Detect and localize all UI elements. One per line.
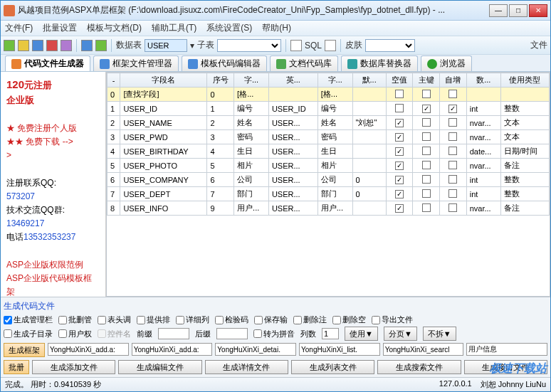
table-row[interactable]: 6USER_COMPANY6公司USER...公司0int整数 [107, 173, 550, 187]
checkbox[interactable] [448, 118, 457, 127]
checkbox[interactable] [395, 190, 404, 198]
table-row[interactable]: 0[查找字段]0[格...[格... [107, 88, 550, 102]
field-grid[interactable]: -字段名序号字...英...字...默...空值主键自增数...使用类型0[查找… [106, 72, 550, 297]
dropdown-icon[interactable]: ▾ [190, 41, 194, 51]
menu-item-5[interactable]: 帮助(H) [262, 22, 291, 34]
free-register-link[interactable]: ★ 免费注册个人版 [6, 122, 100, 135]
column-header[interactable]: 序号 [207, 73, 234, 88]
checkbox[interactable] [422, 203, 431, 212]
sql-icon[interactable] [325, 40, 336, 51]
option-3[interactable]: 提供排 [137, 314, 170, 325]
checkbox[interactable] [422, 175, 431, 184]
column-header[interactable]: 默... [352, 73, 386, 88]
checkbox[interactable] [448, 105, 457, 113]
column-header[interactable]: 字... [318, 73, 352, 88]
cols-input[interactable] [322, 328, 339, 339]
column-header[interactable]: 字段名 [120, 73, 207, 88]
checkbox[interactable] [395, 104, 404, 112]
checkbox[interactable] [448, 161, 457, 169]
db-icon[interactable] [290, 40, 302, 51]
file-f2[interactable] [132, 343, 213, 356]
pinyin-check[interactable]: 转为拼音 [253, 329, 295, 339]
file-f1[interactable] [48, 343, 129, 356]
tool-icon[interactable] [81, 40, 93, 51]
option2-0[interactable]: 生成子目录 [4, 329, 53, 339]
menu-item-3[interactable]: 辅助工具(T) [152, 22, 196, 34]
checkbox[interactable] [448, 90, 457, 98]
file-f6[interactable] [466, 343, 547, 356]
tab-2[interactable]: 模板代码编辑器 [182, 55, 267, 71]
data-table-input[interactable] [145, 39, 187, 52]
checkbox[interactable] [422, 189, 431, 198]
option-8[interactable]: 删除空 [332, 314, 366, 325]
checkbox[interactable] [422, 161, 431, 169]
delete-icon[interactable] [46, 40, 58, 51]
checkbox[interactable] [422, 90, 431, 98]
table-row[interactable]: 1USER_ID1编号USER_ID编号int整数 [107, 102, 550, 116]
refresh-icon[interactable] [61, 40, 72, 51]
maximize-button[interactable]: □ [509, 4, 528, 17]
column-header[interactable]: 使用类型 [500, 73, 549, 88]
asp-link-1[interactable]: ASP企业版权限范例 [6, 258, 100, 272]
tab-5[interactable]: 浏览器 [421, 55, 472, 71]
checkbox[interactable] [395, 147, 404, 156]
skin-combo[interactable] [365, 39, 415, 52]
tech-qq[interactable]: 13469217 [6, 217, 100, 231]
gen-b6[interactable]: 生成接口文件 [464, 360, 547, 374]
table-row[interactable]: 2USER_NAME2姓名USER...姓名"刘恕"nvar...文本 [107, 116, 550, 130]
checkbox[interactable] [422, 147, 431, 155]
checkbox[interactable] [395, 204, 404, 213]
checkbox[interactable] [422, 105, 431, 113]
menu-item-4[interactable]: 系统设置(S) [206, 22, 252, 34]
checkbox[interactable] [448, 203, 457, 212]
tool2-icon[interactable] [95, 40, 107, 51]
option-0[interactable]: 生成管理栏 [4, 314, 53, 325]
suffix-input[interactable] [216, 328, 248, 339]
checkbox[interactable] [395, 119, 404, 127]
table-row[interactable]: 8USER_INFO9用户...USER...用户...nvar...备注 [107, 201, 550, 216]
table-row[interactable]: 3USER_PWD3密码USER...密码nvar...文本 [107, 130, 550, 144]
free-download-link[interactable]: ★★ 免费下载 --> [6, 135, 100, 149]
minimize-button[interactable]: — [489, 4, 508, 17]
asp-link-2[interactable]: ASP企业版代码模板框架 [6, 272, 100, 297]
page-combo[interactable]: 分页▼ [384, 327, 417, 341]
gen-b5[interactable]: 生成搜索文件 [377, 360, 461, 374]
gen-b4[interactable]: 生成列表文件 [291, 360, 374, 374]
column-header[interactable]: 主键 [413, 73, 440, 88]
option-5[interactable]: 检验码 [215, 314, 248, 325]
column-header[interactable]: 英... [268, 73, 318, 88]
column-header[interactable]: 自增 [440, 73, 467, 88]
new-icon[interactable] [4, 40, 15, 51]
option-4[interactable]: 详细列 [176, 314, 209, 325]
checkbox[interactable] [395, 90, 404, 98]
option-2[interactable]: 表头调 [98, 314, 131, 325]
column-header[interactable]: 空值 [386, 73, 413, 88]
checkbox[interactable] [395, 133, 404, 142]
checkbox[interactable] [448, 132, 457, 141]
open-icon[interactable] [18, 40, 29, 51]
menu-item-2[interactable]: 模板与文档(D) [87, 22, 142, 34]
option2-1[interactable]: 用户权 [58, 329, 92, 339]
checkbox[interactable] [448, 189, 457, 198]
style-combo[interactable]: 不拆▼ [423, 327, 456, 341]
table-row[interactable]: 7USER_DEPT7部门USER...部门0int整数 [107, 187, 550, 201]
column-header[interactable]: - [107, 73, 120, 88]
checkbox[interactable] [395, 161, 404, 170]
checkbox[interactable] [448, 147, 457, 155]
table-row[interactable]: 4USER_BIRTHDAY4生日USER...生日date...日期/时间 [107, 144, 550, 159]
checkbox[interactable] [422, 132, 431, 141]
contact-qq[interactable]: 573207 [6, 190, 100, 203]
gen-frame-button[interactable]: 生成框架 [4, 343, 45, 357]
gen-b2[interactable]: 生成编辑文件 [118, 360, 201, 374]
batch-button[interactable]: 批册 [4, 360, 29, 374]
gen-b3[interactable]: 生成详情文件 [205, 360, 288, 374]
column-header[interactable]: 字... [234, 73, 269, 88]
menu-item-0[interactable]: 文件(F) [5, 22, 33, 34]
option-6[interactable]: 保存输 [254, 314, 288, 325]
option-1[interactable]: 批删管 [58, 314, 92, 325]
menu-item-1[interactable]: 批量设置 [43, 22, 77, 34]
use-combo[interactable]: 使用▼ [345, 327, 378, 341]
save-icon[interactable] [32, 40, 43, 51]
file-f3[interactable] [215, 343, 296, 356]
table-row[interactable]: 5USER_PHOTO5相片USER...相片nvar...备注 [107, 159, 550, 173]
